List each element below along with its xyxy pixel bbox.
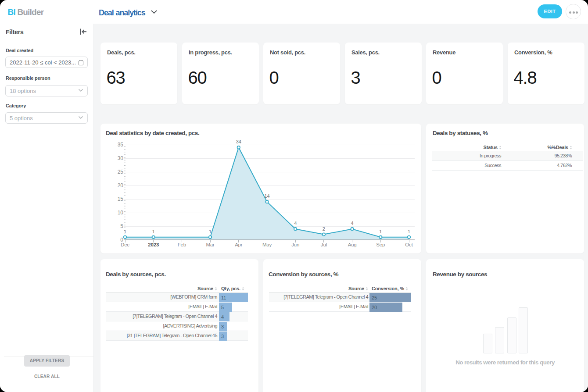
svg-text:1: 1 — [152, 229, 155, 234]
svg-text:Jul: Jul — [321, 242, 327, 247]
svg-text:20: 20 — [118, 182, 124, 189]
svg-text:May: May — [262, 242, 272, 247]
svg-text:Jun: Jun — [291, 242, 299, 247]
svg-text:1: 1 — [379, 229, 382, 234]
svg-text:1: 1 — [124, 229, 126, 234]
svg-text:Oct: Oct — [405, 242, 413, 247]
svg-text:14: 14 — [264, 193, 269, 199]
svg-text:2023: 2023 — [148, 242, 159, 247]
svg-text:5: 5 — [120, 223, 123, 229]
svg-text:2: 2 — [323, 226, 325, 232]
svg-text:1: 1 — [408, 229, 410, 234]
svg-text:Feb: Feb — [178, 242, 186, 247]
svg-text:35: 35 — [118, 142, 124, 148]
svg-text:Apr: Apr — [235, 242, 243, 247]
svg-text:Aug: Aug — [348, 242, 357, 247]
svg-text:30: 30 — [118, 155, 124, 161]
svg-text:10: 10 — [118, 210, 124, 216]
svg-text:25: 25 — [118, 169, 124, 175]
svg-text:Sep: Sep — [376, 242, 385, 247]
svg-text:Dec: Dec — [121, 242, 129, 247]
svg-text:4: 4 — [294, 221, 297, 226]
svg-text:15: 15 — [118, 196, 124, 202]
svg-text:Mar: Mar — [206, 242, 215, 247]
svg-text:1: 1 — [209, 229, 212, 234]
svg-text:4: 4 — [351, 221, 354, 226]
svg-text:34: 34 — [236, 139, 241, 144]
